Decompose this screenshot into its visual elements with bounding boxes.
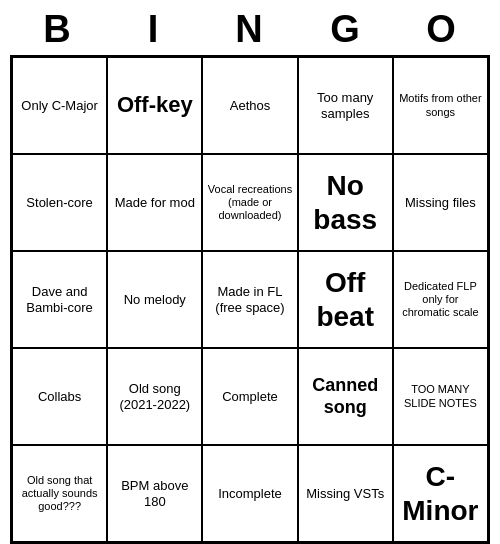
bingo-cell-2: Aethos [202, 57, 297, 154]
bingo-cell-24: C-Minor [393, 445, 488, 542]
title-b: B [14, 8, 102, 51]
bingo-cell-19: TOO MANY SLIDE NOTES [393, 348, 488, 445]
title-i: I [110, 8, 198, 51]
bingo-cell-7: Vocal recreations (made or downloaded) [202, 154, 297, 251]
bingo-cell-15: Collabs [12, 348, 107, 445]
bingo-cell-3: Too many samples [298, 57, 393, 154]
bingo-cell-0: Only C-Major [12, 57, 107, 154]
bingo-cell-11: No melody [107, 251, 202, 348]
title-o: O [398, 8, 486, 51]
bingo-cell-12: Made in FL (free space) [202, 251, 297, 348]
bingo-cell-1: Off-key [107, 57, 202, 154]
bingo-cell-18: Canned song [298, 348, 393, 445]
bingo-cell-17: Complete [202, 348, 297, 445]
bingo-cell-4: Motifs from other songs [393, 57, 488, 154]
bingo-cell-16: Old song (2021-2022) [107, 348, 202, 445]
bingo-cell-13: Off beat [298, 251, 393, 348]
bingo-cell-21: BPM above 180 [107, 445, 202, 542]
title-n: N [206, 8, 294, 51]
bingo-title: B I N G O [10, 0, 490, 55]
bingo-cell-22: Incomplete [202, 445, 297, 542]
bingo-cell-8: No bass [298, 154, 393, 251]
bingo-cell-23: Missing VSTs [298, 445, 393, 542]
bingo-cell-9: Missing files [393, 154, 488, 251]
bingo-cell-5: Stolen-core [12, 154, 107, 251]
bingo-cell-14: Dedicated FLP only for chromatic scale [393, 251, 488, 348]
bingo-cell-20: Old song that actually sounds good??? [12, 445, 107, 542]
bingo-grid: Only C-MajorOff-keyAethosToo many sample… [10, 55, 490, 544]
bingo-cell-6: Made for mod [107, 154, 202, 251]
title-g: G [302, 8, 390, 51]
bingo-cell-10: Dave and Bambi-core [12, 251, 107, 348]
